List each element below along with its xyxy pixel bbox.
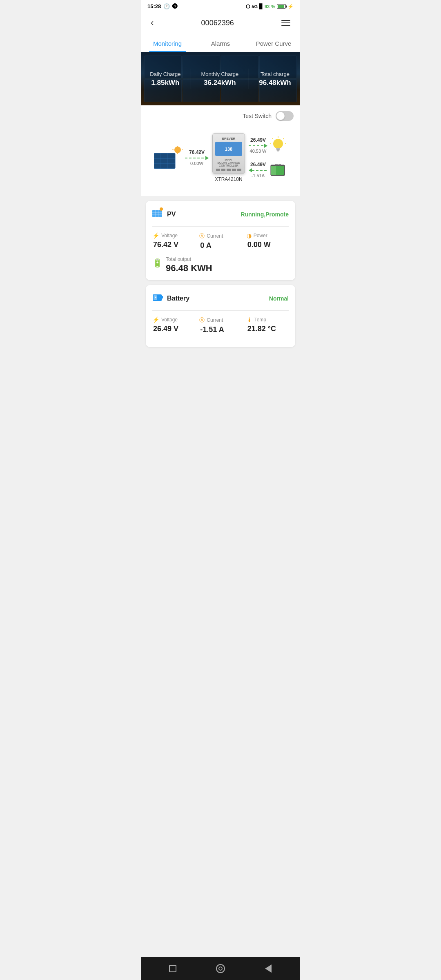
bluetooth-icon: ⬡ — [246, 4, 250, 9]
pv-panel-icon — [152, 207, 164, 219]
battery-row: 26.49V -1.51A — [249, 161, 287, 179]
device-id: 00062396 — [201, 19, 234, 27]
controller: EPEVER 138 MPPTSOLAR CHARGE CONTROLLER X… — [210, 133, 247, 182]
menu-button[interactable] — [280, 18, 292, 27]
battery-diagram-icon — [269, 161, 287, 179]
load-voltage: 26.49V — [250, 137, 266, 143]
battery-card-divider — [152, 310, 289, 311]
battery-voltage-value: 26.49 V — [152, 325, 194, 333]
battery-current-icon: Ⓐ — [199, 316, 205, 324]
battery-card-svg: + - — [152, 292, 164, 303]
total-output-icon: 🔋 — [152, 258, 163, 268]
pv-metrics-grid: ⚡ Voltage 76.42 V Ⓐ Current 0 A ◑ Power … — [152, 232, 289, 250]
total-output-row: 🔋 Total output 96.48 KWH — [152, 256, 289, 274]
solar-power: 0.00W — [190, 161, 203, 166]
svg-point-10 — [273, 139, 283, 149]
load-power: 40.53 W — [250, 149, 267, 154]
pv-card-title: PV — [167, 211, 176, 218]
cards-section: PV Running,Promote ⚡ Voltage 76.42 V Ⓐ C… — [141, 196, 300, 352]
battery-temp-value: 21.82 °C — [247, 325, 289, 333]
test-switch-row: Test Switch — [147, 111, 294, 121]
svg-rect-33 — [162, 296, 163, 298]
pv-current-metric: Ⓐ Current 0 A — [199, 232, 241, 250]
total-charge-value: 96.48kWh — [259, 79, 291, 87]
svg-rect-13 — [276, 149, 280, 151]
pv-voltage-metric: ⚡ Voltage 76.42 V — [152, 232, 194, 250]
pv-card-title-row: PV — [152, 207, 176, 221]
temp-icon: 🌡 — [247, 316, 252, 323]
pv-card-header: PV Running,Promote — [152, 207, 289, 221]
light-bulb-icon — [269, 136, 287, 154]
hero-stats: Daily Charge 1.85kWh Monthly Charge 36.2… — [141, 52, 300, 105]
tab-power-curve[interactable]: Power Curve — [247, 35, 300, 52]
nfc-icon: 🅝 — [172, 3, 178, 9]
total-output-value: 96.48 KWH — [166, 263, 212, 274]
back-button[interactable]: ‹ — [149, 16, 155, 30]
battery-voltage-icon: ⚡ — [152, 316, 159, 323]
battery-card-header: + - Battery Normal — [152, 292, 289, 305]
hero-divider-2 — [249, 69, 249, 89]
network-icon: 5G — [252, 4, 258, 9]
monthly-charge-stat: Monthly Charge 36.24kWh — [201, 71, 238, 87]
daily-charge-label: Daily Charge — [150, 71, 180, 77]
battery-arrow-line — [249, 168, 267, 172]
monthly-charge-label: Monthly Charge — [201, 71, 238, 77]
pv-card: PV Running,Promote ⚡ Voltage 76.42 V Ⓐ C… — [146, 201, 295, 280]
battery-current-label-row: Ⓐ Current — [199, 316, 241, 324]
pv-voltage-value: 76.42 V — [152, 241, 194, 249]
controller-buttons — [216, 169, 241, 171]
tab-monitoring[interactable]: Monitoring — [141, 35, 194, 52]
battery-metrics-grid: ⚡ Voltage 26.49 V Ⓐ Current -1.51 A 🌡 Te… — [152, 316, 289, 334]
top-nav: ‹ 00062396 — [141, 11, 300, 35]
solar-panel-diagram — [154, 146, 183, 169]
total-output-data: Total output 96.48 KWH — [166, 256, 212, 274]
battery-voltage-diag: 26.49V — [250, 162, 266, 167]
battery-current-metric: Ⓐ Current -1.51 A — [199, 316, 241, 334]
svg-rect-5 — [154, 153, 175, 169]
battery-voltage-label: Voltage — [161, 317, 178, 323]
battery-card-icon: + - — [152, 292, 164, 305]
charging-icon: ⚡ — [287, 4, 294, 9]
svg-rect-24 — [278, 164, 281, 165]
test-switch-toggle[interactable] — [276, 111, 294, 121]
svg-rect-22 — [271, 166, 276, 175]
pv-current-label-row: Ⓐ Current — [199, 232, 241, 240]
pv-icon — [152, 207, 164, 221]
total-charge-label: Total charge — [259, 71, 291, 77]
svg-line-16 — [272, 138, 273, 139]
pv-voltage-label: Voltage — [161, 233, 178, 238]
controller-screen: 138 — [215, 142, 242, 156]
svg-rect-12 — [276, 148, 280, 149]
solar-arrow-line — [185, 156, 209, 160]
status-bar: 15:28 🕐 🅝 ⬡ 5G ▊ 93 % ⚡ — [141, 0, 300, 11]
voltage-icon: ⚡ — [152, 232, 159, 239]
alarm-icon: 🕐 — [163, 3, 170, 9]
battery-current-value: -1.51 A — [199, 325, 241, 334]
controller-name: XTRA4210N — [210, 176, 247, 182]
test-switch-label: Test Switch — [243, 113, 272, 119]
diagram-container: 76.42V 0.00W EPEVER 138 MPPTSOLAR CHARGE… — [147, 125, 294, 190]
svg-rect-25 — [152, 210, 162, 217]
battery-voltage-label-row: ⚡ Voltage — [152, 316, 194, 323]
hero-divider-1 — [191, 69, 191, 89]
solar-voltage: 76.42V — [189, 149, 205, 155]
pv-voltage-label-row: ⚡ Voltage — [152, 232, 194, 239]
battery-temp-label: Temp — [254, 317, 266, 323]
battery-card-title: Battery — [167, 295, 189, 302]
screen-value: 138 — [225, 147, 232, 151]
battery-temp-metric: 🌡 Temp 21.82 °C — [247, 316, 289, 334]
power-icon: ◑ — [247, 232, 252, 239]
svg-line-17 — [283, 138, 284, 139]
pv-power-label-row: ◑ Power — [247, 232, 289, 239]
pv-current-label: Current — [207, 233, 223, 239]
battery-card: + - Battery Normal ⚡ Voltage 26.49 V Ⓐ — [146, 285, 295, 347]
daily-charge-value: 1.85kWh — [150, 79, 180, 87]
daily-charge-stat: Daily Charge 1.85kWh — [150, 71, 180, 87]
svg-point-0 — [174, 147, 181, 153]
solar-arrow: 76.42V 0.00W — [185, 149, 209, 166]
pv-card-divider — [152, 226, 289, 227]
battery-voltage-metric: ⚡ Voltage 26.49 V — [152, 316, 194, 334]
tab-alarms[interactable]: Alarms — [194, 35, 247, 52]
pv-power-value: 0.00 W — [247, 241, 289, 249]
current-icon: Ⓐ — [199, 232, 205, 240]
